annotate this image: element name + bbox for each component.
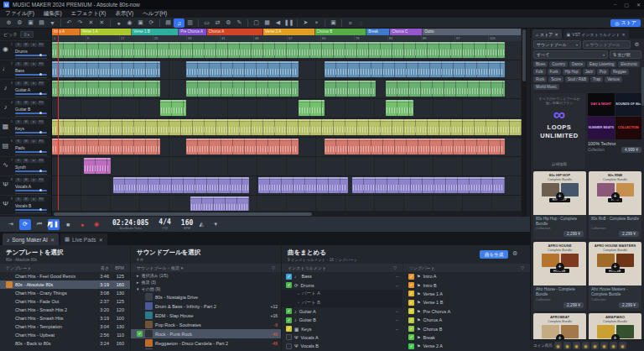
metronome-icon[interactable]: ◭ [195, 219, 207, 230]
instruments-col-header[interactable]: インストゥルメント [288, 265, 326, 270]
toolbar-icon[interactable]: ♫ [174, 18, 184, 28]
track-lane[interactable] [52, 41, 522, 60]
coin-icon[interactable]: ◉ [573, 342, 580, 349]
instrument-row[interactable]: ✓♪Guitar A− [282, 307, 402, 316]
collapse-icon[interactable]: − [396, 327, 398, 332]
soundpool-item[interactable]: 80s - Nostalgia Drive [131, 292, 281, 301]
featured-price-button[interactable]: 4,999 ¥ [621, 147, 641, 153]
featured-product[interactable]: DAY & NIGHTSOUNDS OF 80sSUMMER BEATSCOLL… [588, 93, 641, 169]
toolbar-icon[interactable]: ● [113, 18, 124, 28]
track-button[interactable]: M [23, 139, 29, 144]
soundpool-item[interactable]: Drum & Bass - Infinity - Part 2+12 [131, 301, 281, 311]
clip[interactable] [160, 100, 186, 116]
instrument-row[interactable]: ✓⟳Drums− [282, 280, 402, 289]
track-button[interactable]: S [15, 81, 22, 86]
template-row[interactable]: Chart Hits - Smash Hits3:19100 [0, 314, 130, 322]
template-row[interactable]: Chart Hits - Fade Out2:37125 [0, 297, 130, 306]
coin-icon[interactable]: ◉ [591, 342, 599, 349]
song-part-row[interactable]: ✓⚑Pre Chorus A [403, 307, 530, 316]
toolbar-icon[interactable]: ↷ [75, 18, 86, 28]
song-part-row[interactable]: ✓⚑Chorus B [403, 324, 530, 333]
track-button[interactable]: FX [38, 101, 44, 105]
song-part-marker[interactable]: Break [366, 29, 390, 35]
template-row[interactable]: Chart Hits - Upbeat2:56110 [0, 331, 130, 339]
vertical-scrollbar[interactable] [522, 29, 527, 217]
track-button[interactable]: FX [38, 159, 44, 163]
track-button[interactable]: FX [38, 43, 44, 47]
song-part-marker[interactable]: Intro A [52, 29, 80, 35]
toolbar-icon[interactable]: ◌ [356, 18, 366, 28]
track-button[interactable]: FX [38, 120, 44, 124]
genre-chip[interactable]: Rock [533, 76, 547, 82]
template-col-length[interactable]: 長さ [91, 265, 109, 270]
track-button[interactable]: S [15, 120, 22, 124]
toolbar-icon[interactable]: ≡ [345, 18, 356, 28]
track-button[interactable]: S [15, 178, 22, 182]
gear-icon[interactable]: ⚙ [512, 250, 517, 257]
volume-slider[interactable] [15, 93, 47, 95]
product-card[interactable]: AFRO HOUSEComplete Bundle+HOUSEAfro Hous… [533, 242, 586, 310]
track-button[interactable]: FX [38, 81, 44, 86]
coin-icon[interactable]: ◉ [600, 342, 608, 349]
genre-chip[interactable]: Trap [590, 76, 603, 82]
genre-chip[interactable]: Score [548, 76, 564, 82]
part-checkbox[interactable]: ✓ [408, 343, 414, 349]
track-button[interactable]: ● [30, 62, 37, 66]
song-part-marker[interactable]: Pre Chorus A [179, 29, 207, 35]
price-button[interactable]: 2,299 ¥ [564, 302, 584, 308]
template-row[interactable]: Chart Hits - Crazy Things3:08130 [0, 289, 130, 297]
pan-slider[interactable] [15, 174, 47, 175]
toolbar-icon[interactable]: ▤ [163, 18, 174, 28]
part-checkbox[interactable]: ✓ [408, 291, 414, 296]
toolbar-icon[interactable]: ➤ [300, 18, 311, 28]
genre-chip[interactable]: Blues [533, 61, 548, 67]
coin-icon[interactable]: ◉ [554, 342, 562, 349]
part-checkbox[interactable]: ✓ [408, 317, 414, 323]
track-button[interactable]: S [15, 62, 22, 66]
toolbar-icon[interactable]: ✕ [96, 18, 107, 28]
part-checkbox[interactable]: ✓ [408, 300, 414, 306]
part-checkbox[interactable]: ✓ [408, 274, 414, 280]
pan-slider[interactable] [15, 135, 47, 136]
track-header[interactable]: ▦5SM●FXKeys [0, 118, 51, 138]
part-checkbox[interactable]: ✓ [408, 334, 414, 340]
soundpool-col-header[interactable]: サウンドプール・推奨 [137, 265, 179, 270]
template-row[interactable]: 80s - Back to 80s3:24160 [0, 339, 130, 348]
part-checkbox[interactable]: ✓ [408, 308, 414, 314]
track-button[interactable]: ● [30, 139, 37, 144]
track-header[interactable]: ◉1SM●FXDrums [0, 41, 51, 60]
menu-item[interactable]: 編集(E) [44, 10, 62, 18]
genre-chip[interactable]: World Music [533, 84, 559, 90]
playhead[interactable] [58, 29, 59, 210]
clip[interactable] [52, 119, 522, 135]
track-header[interactable]: ▤6SM●FXPads [0, 138, 51, 157]
product-card[interactable]: AFRO HOUSE MASTERSComplete Bundle+HOUSEA… [589, 242, 641, 310]
instrument-checkbox[interactable]: ✓ [286, 308, 292, 314]
clip[interactable] [386, 100, 414, 116]
close-button[interactable]: ✕ [636, 2, 641, 8]
clip[interactable] [52, 61, 160, 77]
volume-slider[interactable] [15, 55, 47, 56]
song-part-marker[interactable]: Outro [423, 29, 522, 35]
instrument-row[interactable]: ◦パート A [282, 290, 402, 298]
track-header[interactable]: Ψ9SM●FXVocals B [0, 196, 51, 215]
track-button[interactable]: FX [38, 178, 44, 182]
tab-close-icon[interactable]: ✕ [50, 237, 55, 243]
song-part-row[interactable]: ✓⚑Intro B [403, 280, 530, 289]
price-button[interactable]: 2,299 ¥ [619, 231, 639, 237]
toolbar-icon[interactable]: ↶ [64, 18, 75, 28]
track-button[interactable]: S [15, 101, 22, 105]
toolbar-icon[interactable]: ▣ [25, 18, 36, 28]
template-row[interactable]: Chart Hits - Feel Good Remix3:46125 [0, 272, 130, 280]
instrument-row[interactable]: ✓♪Guitar B− [282, 316, 402, 324]
toolbar-icon[interactable]: ◉ [124, 18, 135, 28]
track-button[interactable]: ● [30, 159, 37, 163]
clip[interactable] [186, 81, 299, 97]
clip[interactable] [84, 158, 111, 174]
minimize-button[interactable]: – [614, 2, 616, 8]
toolbar-icon[interactable]: ▤ [36, 18, 47, 28]
product-card[interactable]: 80s HIP HOPComplete Bundle+HIP HOP80s Hi… [533, 171, 586, 239]
product-card[interactable]: 80s RNBComplete Bundle+RNB80s RnB - Comp… [589, 171, 641, 239]
volume-slider[interactable] [15, 170, 47, 172]
tab-close-icon[interactable]: ✕ [621, 32, 625, 37]
